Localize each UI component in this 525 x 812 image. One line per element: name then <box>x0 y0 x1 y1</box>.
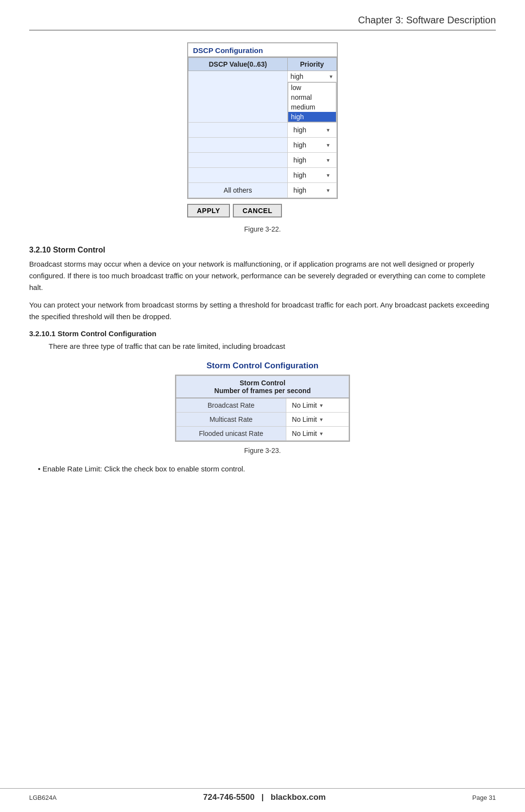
multicast-rate-value: No Limit <box>292 415 317 423</box>
flooded-rate-value: No Limit <box>292 430 317 437</box>
storm-para2: You can protect your network from broadc… <box>29 299 496 323</box>
storm-intro-text: There are three type of traffic that can… <box>49 341 496 352</box>
storm-figure-block: Storm Control Configuration Storm Contro… <box>29 361 496 458</box>
dropdown-arrow[interactable]: ▼ <box>326 143 331 148</box>
dscp-label-cell <box>189 123 288 138</box>
dscp-priority-cell: high ▼ <box>287 123 336 138</box>
dscp-label-cell <box>189 71 288 123</box>
storm-multicast-value: No Limit ▼ <box>286 413 349 427</box>
dropdown-arrow[interactable]: ▼ <box>319 431 324 436</box>
dscp-label-cell <box>189 138 288 153</box>
table-row: Multicast Rate No Limit ▼ <box>176 413 349 427</box>
dscp-figure-block: DSCP Configuration DSCP Value(0..63) Pri… <box>29 42 496 237</box>
storm-control-heading: 3.2.10 Storm Control <box>29 246 496 254</box>
dropdown-arrow[interactable]: ▼ <box>326 173 331 178</box>
storm-broadcast-label: Broadcast Rate <box>176 398 286 413</box>
dscp-table-title: DSCP Configuration <box>188 43 337 57</box>
dscp-table-wrapper: DSCP Configuration DSCP Value(0..63) Pri… <box>187 42 338 199</box>
dscp-priority-cell: high ▼ <box>287 138 336 153</box>
priority-value: high <box>294 126 306 134</box>
cancel-button[interactable]: CANCEL <box>233 204 282 217</box>
dscp-label-cell <box>189 168 288 183</box>
storm-broadcast-value: No Limit ▼ <box>286 398 349 413</box>
footer-left: LGB624A <box>29 794 56 801</box>
priority-value-top: high <box>291 72 303 80</box>
priority-value: high <box>294 171 306 179</box>
dscp-priority-cell: high ▼ <box>287 153 336 168</box>
storm-para1: Broadcast storms may occur when a device… <box>29 258 496 293</box>
storm-flooded-value: No Limit ▼ <box>286 427 349 441</box>
dropdown-arrow[interactable]: ▼ <box>329 74 333 79</box>
table-row: high ▼ <box>189 123 337 138</box>
dscp-priority-cell: high ▼ <box>287 168 336 183</box>
chapter-title: Chapter 3: Software Description <box>358 15 496 25</box>
dscp-button-row: APPLY CANCEL <box>187 204 338 217</box>
storm-table-wrapper: Storm Control Number of frames per secon… <box>175 375 350 442</box>
table-row: Broadcast Rate No Limit ▼ <box>176 398 349 413</box>
table-row: high ▼ <box>189 168 337 183</box>
page-footer: LGB624A 724-746-5500 | blackbox.com Page… <box>0 788 525 802</box>
table-row: All others high ▼ <box>189 183 337 198</box>
dropdown-arrow[interactable]: ▼ <box>319 417 324 422</box>
storm-multicast-label: Multicast Rate <box>176 413 286 427</box>
dscp-priority-cell-open: high ▼ low normal medium high <box>287 71 336 123</box>
dropdown-arrow[interactable]: ▼ <box>326 158 331 163</box>
figure-22-caption: Figure 3-22. <box>244 225 280 233</box>
dropdown-option-high[interactable]: high <box>288 112 336 122</box>
dropdown-option-normal[interactable]: normal <box>288 92 336 102</box>
table-row: high ▼ <box>189 138 337 153</box>
table-row: Flooded unicast Rate No Limit ▼ <box>176 427 349 441</box>
table-row: high ▼ <box>189 153 337 168</box>
storm-control-config-heading: 3.2.10.1 Storm Control Configuration <box>29 329 496 338</box>
dscp-table: DSCP Value(0..63) Priority high ▼ <box>188 57 337 198</box>
storm-config-title: Storm Control Configuration <box>207 361 318 371</box>
storm-table: Storm Control Number of frames per secon… <box>176 376 349 441</box>
priority-value: high <box>294 156 306 164</box>
apply-button[interactable]: APPLY <box>187 204 230 217</box>
page-header: Chapter 3: Software Description <box>29 15 496 31</box>
priority-value: high <box>294 186 306 194</box>
dropdown-option-medium[interactable]: medium <box>288 102 336 112</box>
dscp-priority-cell: high ▼ <box>287 183 336 198</box>
bullet-enable-rate-limit: • Enable Rate Limit: Click the check box… <box>38 463 496 475</box>
dropdown-inline: low normal medium high <box>288 82 336 122</box>
dscp-label-cell <box>189 153 288 168</box>
dscp-col1-header: DSCP Value(0..63) <box>189 58 288 71</box>
table-row: high ▼ low normal medium high <box>189 71 337 123</box>
dropdown-option-low[interactable]: low <box>288 83 336 92</box>
dropdown-arrow[interactable]: ▼ <box>326 188 331 193</box>
dropdown-arrow[interactable]: ▼ <box>319 403 324 408</box>
dropdown-arrow[interactable]: ▼ <box>326 127 331 133</box>
figure-23-caption: Figure 3-23. <box>244 447 280 454</box>
storm-flooded-label: Flooded unicast Rate <box>176 427 286 441</box>
storm-table-header: Storm Control Number of frames per secon… <box>176 376 349 398</box>
broadcast-rate-value: No Limit <box>292 401 317 409</box>
footer-right: Page 31 <box>472 794 496 801</box>
priority-value: high <box>294 141 306 149</box>
dscp-col2-header: Priority <box>287 58 336 71</box>
dscp-all-others-label: All others <box>189 183 288 198</box>
footer-center: 724-746-5500 | blackbox.com <box>203 793 326 802</box>
